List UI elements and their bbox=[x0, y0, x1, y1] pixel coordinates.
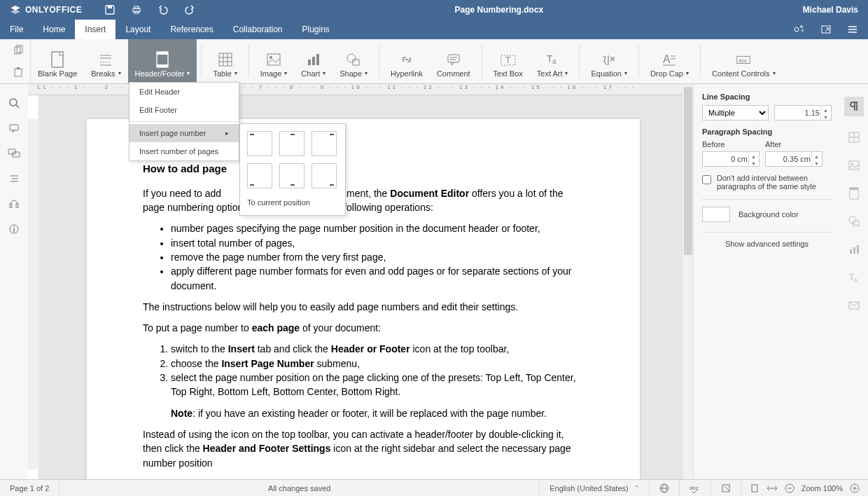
search-icon[interactable] bbox=[8, 97, 20, 109]
vertical-ruler[interactable] bbox=[28, 95, 39, 479]
chart-button[interactable]: Chart▾ bbox=[294, 39, 332, 83]
svg-point-36 bbox=[347, 54, 356, 62]
tab-layout[interactable]: Layout bbox=[115, 20, 160, 39]
svg-rect-16 bbox=[15, 69, 22, 76]
to-current-position[interactable]: To current position bbox=[247, 197, 338, 208]
dont-add-interval-checkbox[interactable]: Don't add interval between paragraphs of… bbox=[702, 174, 832, 191]
chart-settings-icon[interactable] bbox=[847, 242, 861, 256]
svg-rect-24 bbox=[157, 52, 168, 55]
pos-top-right[interactable] bbox=[312, 131, 337, 156]
image-settings-icon[interactable] bbox=[847, 158, 861, 172]
status-language[interactable]: English (United States)⌃ bbox=[540, 480, 650, 496]
status-saved: All changes saved bbox=[59, 480, 540, 496]
table-settings-icon[interactable] bbox=[847, 130, 861, 144]
tab-home[interactable]: Home bbox=[33, 20, 75, 39]
bg-color-swatch[interactable] bbox=[702, 207, 730, 222]
navigation-icon[interactable] bbox=[8, 172, 20, 185]
text-art-icon: Ta bbox=[544, 51, 561, 68]
pos-bottom-left[interactable] bbox=[247, 163, 272, 188]
print-icon[interactable] bbox=[131, 4, 142, 15]
svg-rect-18 bbox=[52, 52, 63, 67]
copy-icon[interactable] bbox=[13, 45, 24, 56]
text-box-button[interactable]: T Text Box bbox=[486, 39, 530, 83]
spacing-after[interactable]: 0.35 cm▲▼ bbox=[765, 151, 822, 167]
fit-page-icon[interactable] bbox=[750, 483, 760, 493]
svg-point-51 bbox=[10, 99, 17, 106]
zoom-out-icon[interactable] bbox=[785, 483, 794, 493]
tab-insert[interactable]: Insert bbox=[75, 20, 115, 39]
svg-point-7 bbox=[794, 27, 799, 32]
chat-icon[interactable] bbox=[8, 147, 20, 160]
pos-bottom-center[interactable] bbox=[279, 163, 304, 188]
document-page[interactable]: How to add page If you need to add ument… bbox=[87, 119, 640, 479]
comment-button[interactable]: Comment bbox=[430, 39, 477, 83]
paste-icon[interactable] bbox=[13, 67, 24, 78]
image-button[interactable]: Image▾ bbox=[253, 39, 295, 83]
svg-rect-53 bbox=[10, 125, 18, 130]
menu-edit-footer[interactable]: Edit Footer bbox=[130, 101, 239, 119]
text-art-settings-icon[interactable]: Ta bbox=[847, 270, 861, 284]
status-set-lang-icon[interactable] bbox=[650, 480, 680, 496]
status-page[interactable]: Page 1 of 2 bbox=[0, 480, 59, 496]
shape-button[interactable]: Shape▾ bbox=[332, 39, 374, 83]
status-track-changes-icon[interactable] bbox=[711, 480, 741, 496]
pos-top-center[interactable] bbox=[279, 131, 304, 156]
horizontal-ruler[interactable]: LL · · · 1 · · · 2 · · · 3 · · · 4 · · ·… bbox=[28, 84, 693, 95]
doc-para: To put a page number to each page of you… bbox=[143, 321, 584, 335]
vertical-scrollbar[interactable] bbox=[682, 84, 693, 479]
drop-cap-button[interactable]: A Drop Cap▾ bbox=[643, 39, 696, 83]
line-spacing-mode[interactable]: Multiple bbox=[702, 105, 769, 120]
pos-bottom-right[interactable] bbox=[312, 163, 337, 188]
line-spacing-value[interactable]: 1.15▲▼ bbox=[774, 105, 832, 120]
comments-panel-icon[interactable] bbox=[8, 122, 20, 135]
shape-settings-icon[interactable] bbox=[847, 214, 861, 228]
breaks-icon bbox=[97, 51, 114, 68]
scrollbar-thumb[interactable] bbox=[684, 87, 692, 255]
pos-top-left[interactable] bbox=[247, 131, 272, 156]
menu-insert-page-number[interactable]: Insert page number▸ bbox=[130, 124, 239, 142]
breaks-button[interactable]: Breaks▾ bbox=[84, 39, 127, 83]
equation-button[interactable]: Equation▾ bbox=[584, 39, 634, 83]
share-icon[interactable]: + bbox=[792, 24, 805, 35]
status-spellcheck-icon[interactable]: abc bbox=[680, 480, 711, 496]
zoom-in-icon[interactable] bbox=[850, 483, 860, 493]
menu-insert-number-of-pages[interactable]: Insert number of pages bbox=[130, 142, 239, 160]
blank-page-button[interactable]: Blank Page bbox=[31, 39, 84, 83]
tab-file[interactable]: File bbox=[0, 20, 33, 39]
feedback-icon[interactable] bbox=[8, 198, 20, 210]
undo-icon[interactable] bbox=[158, 4, 169, 15]
table-button[interactable]: Table▾ bbox=[206, 39, 244, 83]
header-footer-settings-icon[interactable] bbox=[847, 186, 861, 200]
fit-width-icon[interactable] bbox=[766, 483, 778, 493]
tab-plugins[interactable]: Plugins bbox=[293, 20, 340, 39]
spacing-before[interactable]: 0 cm▲▼ bbox=[702, 151, 760, 167]
hyperlink-button[interactable]: Hyperlink bbox=[384, 39, 430, 83]
menu-icon[interactable] bbox=[847, 24, 858, 35]
advanced-settings-link[interactable]: Show advanced settings bbox=[702, 240, 832, 248]
current-user[interactable]: Michael Davis bbox=[803, 5, 868, 15]
svg-point-32 bbox=[270, 56, 272, 59]
zoom-level[interactable]: Zoom 100% bbox=[802, 484, 843, 492]
app-logo: ONLYOFFICE bbox=[0, 4, 92, 15]
svg-point-68 bbox=[851, 163, 853, 165]
menu-edit-header[interactable]: Edit Header bbox=[130, 83, 239, 101]
tab-references[interactable]: References bbox=[160, 20, 223, 39]
svg-rect-33 bbox=[308, 60, 311, 65]
content-controls-button[interactable]: abc Content Controls▾ bbox=[705, 39, 783, 83]
text-art-button[interactable]: Ta Text Art▾ bbox=[530, 39, 575, 83]
svg-rect-37 bbox=[353, 60, 359, 65]
shape-icon bbox=[345, 51, 362, 68]
redo-icon[interactable] bbox=[184, 4, 195, 15]
about-icon[interactable] bbox=[8, 223, 20, 235]
doc-heading: How to add page bbox=[143, 161, 584, 177]
mail-merge-icon[interactable] bbox=[847, 298, 861, 312]
doc-para: Instead of using the icon on the top too… bbox=[143, 427, 584, 470]
paragraph-settings-panel: Line Spacing Multiple 1.15▲▼ Paragraph S… bbox=[693, 84, 840, 479]
save-icon[interactable] bbox=[104, 4, 115, 15]
dont-add-interval-input[interactable] bbox=[702, 175, 711, 184]
header-footer-button[interactable]: Header/Footer▾ bbox=[128, 39, 197, 83]
paragraph-settings-icon[interactable] bbox=[844, 97, 864, 116]
line-spacing-label: Line Spacing bbox=[702, 92, 832, 101]
open-location-icon[interactable] bbox=[820, 24, 832, 35]
tab-collaboration[interactable]: Collaboration bbox=[223, 20, 293, 39]
